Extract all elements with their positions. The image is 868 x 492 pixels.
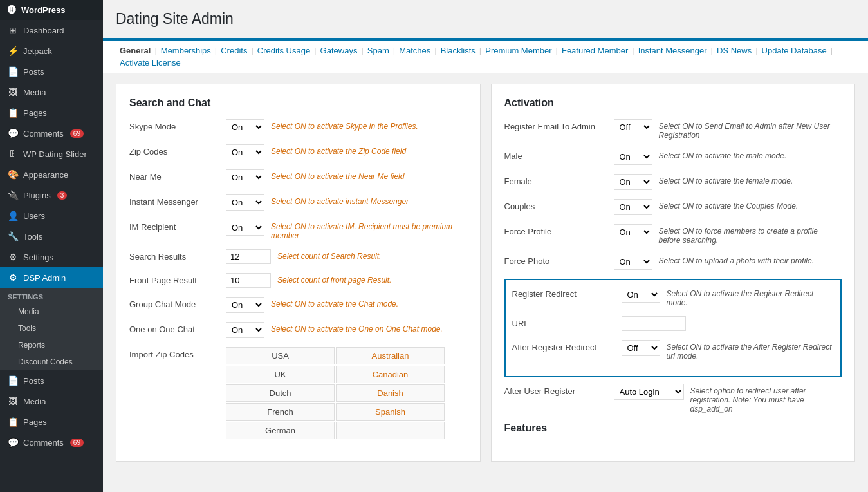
nav-instant-messenger[interactable]: Instant Messenger: [634, 44, 711, 57]
instant-messenger-label: Instant Messenger: [129, 194, 219, 207]
sidebar-item-pages[interactable]: 📋 Pages: [0, 102, 103, 123]
posts2-icon: 📄: [8, 375, 18, 386]
submenu-media[interactable]: Media: [0, 303, 103, 320]
url-input[interactable]: [622, 316, 686, 331]
sidebar-item-appearance[interactable]: 🎨 Appearance: [0, 164, 103, 185]
nav-credits-usage[interactable]: Credits Usage: [254, 44, 314, 57]
zip-french[interactable]: French: [226, 403, 335, 421]
force-photo-select[interactable]: OnOff: [614, 254, 652, 270]
front-page-result-input[interactable]: [226, 273, 271, 288]
nav-memberships[interactable]: Memberships: [157, 44, 215, 57]
nav-activate-license[interactable]: Activate License: [116, 57, 185, 69]
activation-panel: Activation Register Email To Admin OffOn…: [491, 84, 856, 462]
sidebar-item-media2[interactable]: 🖼 Media: [0, 391, 103, 412]
nav-update-database[interactable]: Update Database: [758, 44, 831, 57]
skype-mode-select[interactable]: OnOff: [226, 119, 264, 135]
one-on-one-chat-select[interactable]: OnOff: [226, 322, 264, 338]
zip-usa[interactable]: USA: [226, 347, 335, 364]
zip-canadian[interactable]: Canadian: [336, 366, 445, 383]
front-page-result-row: Front Page Result Select count of front …: [129, 273, 467, 288]
zip-australian[interactable]: Australian: [336, 347, 445, 364]
female-select[interactable]: OnOff: [614, 174, 652, 190]
sidebar-item-comments2[interactable]: 💬 Comments 69: [0, 432, 103, 453]
sidebar-item-wp-dating-slider[interactable]: 🎚 WP Dating Slider: [0, 144, 103, 164]
import-zip-codes-label: Import Zip Codes: [129, 347, 219, 359]
force-profile-label: Force Profile: [504, 224, 607, 236]
male-select[interactable]: OnOff: [614, 149, 652, 165]
slider-icon: 🎚: [8, 149, 18, 159]
search-chat-panel: Search and Chat Skype Mode OnOff Select …: [116, 84, 481, 462]
im-recipient-desc: Select ON to activate IM. Recipient must…: [271, 220, 467, 240]
instant-messenger-select[interactable]: OnOff: [226, 194, 264, 211]
im-recipient-select[interactable]: OnOff: [226, 220, 264, 236]
skype-mode-control: OnOff: [226, 119, 264, 135]
register-redirect-select[interactable]: OnOff: [622, 287, 660, 303]
sidebar-item-media[interactable]: 🖼 Media: [0, 82, 103, 102]
zip-spanish[interactable]: Spanish: [336, 403, 445, 421]
sidebar-item-posts2[interactable]: 📄 Posts: [0, 370, 103, 391]
zip-german[interactable]: German: [226, 422, 335, 439]
import-zip-codes-row: Import Zip Codes USA Australian UK Canad…: [129, 347, 467, 439]
sidebar-item-settings[interactable]: ⚙ Settings: [0, 247, 103, 267]
nav-credits[interactable]: Credits: [217, 44, 251, 57]
zip-dutch[interactable]: Dutch: [226, 384, 335, 402]
nav-general[interactable]: General: [116, 44, 154, 57]
comments-badge: 69: [70, 129, 84, 138]
posts-icon: 📄: [8, 66, 18, 77]
plugins-badge: 3: [57, 191, 68, 200]
sidebar-item-users[interactable]: 👤 Users: [0, 205, 103, 226]
front-page-result-desc: Select count of front page Result.: [277, 273, 467, 285]
comments-icon: 💬: [8, 128, 18, 138]
force-profile-select[interactable]: OnOff: [614, 224, 652, 240]
url-label: URL: [512, 316, 615, 328]
sidebar-item-tools[interactable]: 🔧 Tools: [0, 226, 103, 247]
nav-ds-news[interactable]: DS News: [713, 44, 755, 57]
search-results-input[interactable]: [226, 249, 271, 264]
male-desc: Select ON to activate the male mode.: [659, 149, 842, 160]
zip-codes-select[interactable]: OnOff: [226, 144, 264, 160]
nav-premium-member[interactable]: Premium Member: [481, 44, 555, 57]
sidebar-item-jetpack[interactable]: ⚡ Jetpack: [0, 41, 103, 61]
near-me-control: OnOff: [226, 169, 264, 185]
register-redirect-label: Register Redirect: [512, 287, 615, 299]
instant-messenger-row: Instant Messenger OnOff Select ON to act…: [129, 194, 467, 211]
female-control: OnOff: [614, 174, 652, 190]
group-chat-mode-select[interactable]: OnOff: [226, 297, 264, 313]
sidebar-item-comments[interactable]: 💬 Comments 69: [0, 123, 103, 144]
sidebar-item-posts[interactable]: 📄 Posts: [0, 61, 103, 82]
search-results-desc: Select count of Search Result.: [277, 249, 467, 261]
after-register-redirect-label: After Register Redirect: [512, 340, 615, 352]
near-me-desc: Select ON to activate the Near Me field: [271, 169, 467, 181]
group-chat-mode-row: Group Chat Mode OnOff Select ON to activ…: [129, 297, 467, 313]
force-photo-control: OnOff: [614, 254, 652, 270]
zip-uk[interactable]: UK: [226, 366, 335, 383]
sidebar-item-plugins[interactable]: 🔌 Plugins 3: [0, 185, 103, 205]
nav-blacklists[interactable]: Blacklists: [437, 44, 479, 57]
nav-gateways[interactable]: Gateways: [317, 44, 362, 57]
register-redirect-desc: Select ON to activate the Register Redir…: [667, 287, 835, 307]
sidebar-item-pages2[interactable]: 📋 Pages: [0, 412, 103, 432]
register-email-select[interactable]: OffOn: [614, 119, 652, 135]
near-me-row: Near Me OnOff Select ON to activate the …: [129, 169, 467, 185]
nav-matches[interactable]: Matches: [395, 44, 434, 57]
near-me-select[interactable]: OnOff: [226, 169, 264, 185]
force-profile-control: OnOff: [614, 224, 652, 240]
after-user-register-select[interactable]: Auto LoginManual LoginRedirect: [614, 384, 684, 400]
submenu-tools[interactable]: Tools: [0, 320, 103, 337]
front-page-result-control: [226, 273, 271, 288]
submenu-reports[interactable]: Reports: [0, 337, 103, 354]
submenu-discount-codes[interactable]: Discount Codes: [0, 354, 103, 370]
import-zip-codes-control: USA Australian UK Canadian Dutch Danish …: [226, 347, 445, 439]
after-register-redirect-select[interactable]: OffOn: [622, 340, 660, 356]
nav-featured-member[interactable]: Featured Member: [558, 44, 632, 57]
sidebar-item-dashboard[interactable]: ⊞ Dashboard: [0, 20, 103, 41]
wordpress-logo: 🅦 WordPress: [0, 0, 103, 20]
zip-danish[interactable]: Danish: [336, 384, 445, 402]
near-me-label: Near Me: [129, 169, 219, 182]
nav-spam[interactable]: Spam: [364, 44, 393, 57]
sidebar-item-dsp-admin[interactable]: ⚙ DSP Admin: [0, 267, 103, 288]
instant-messenger-desc: Select ON to activate instant Messenger: [271, 194, 467, 206]
register-redirect-row: Register Redirect OnOff Select ON to act…: [512, 287, 835, 307]
couples-desc: Select ON to activate the Couples Mode.: [659, 199, 842, 211]
couples-select[interactable]: OnOff: [614, 199, 652, 215]
